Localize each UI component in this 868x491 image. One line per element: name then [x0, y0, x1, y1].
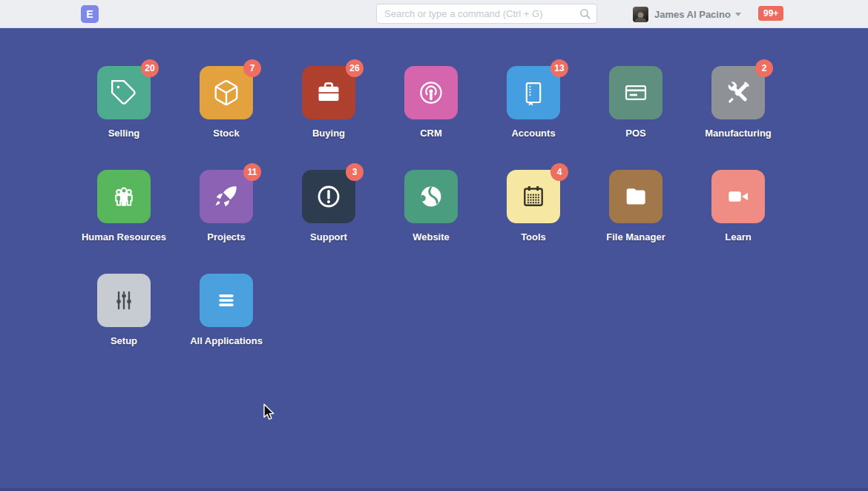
open-count-badge: 4: [550, 163, 568, 181]
open-count-badge: 7: [243, 59, 261, 77]
open-count-badge: 13: [550, 59, 568, 77]
module-tile-pos[interactable]: POS: [585, 66, 687, 139]
broadcast-icon: [417, 79, 445, 107]
open-count-badge: 2: [755, 59, 773, 77]
user-menu[interactable]: James Al Pacino: [633, 0, 741, 28]
module-label: Manufacturing: [705, 128, 772, 139]
box-icon: [212, 79, 240, 107]
module-label: Support: [310, 231, 347, 243]
open-count-badge: 20: [141, 59, 159, 77]
menu-icon: [212, 286, 240, 314]
ledger-icon: [519, 79, 548, 107]
calendar-icon: [519, 182, 548, 211]
search-input[interactable]: [376, 4, 597, 24]
module-grid: 20 Selling 7 Stock 26 Buying CRM 13 Acco…: [73, 66, 800, 378]
open-count-badge: 26: [346, 59, 364, 77]
sliders-icon: [110, 286, 138, 314]
module-tile-projects[interactable]: 11 Projects: [175, 170, 277, 243]
module-label: Human Resources: [82, 231, 166, 243]
module-label: All Applications: [190, 335, 263, 346]
open-count-badge: 11: [243, 163, 261, 181]
chevron-down-icon: [735, 13, 741, 16]
top-navbar: E James Al Pacino 99+: [0, 0, 868, 28]
exclamation-circle-icon: [315, 182, 343, 211]
module-label: Projects: [207, 231, 245, 243]
module-tile-stock[interactable]: 7 Stock: [175, 66, 277, 139]
module-tile-learn[interactable]: Learn: [687, 170, 789, 243]
folder-icon: [622, 182, 650, 211]
video-camera-icon: [724, 182, 752, 211]
globe-icon: [417, 182, 445, 211]
module-label: Setup: [111, 335, 137, 346]
rocket-icon: [212, 182, 240, 211]
user-name: James Al Pacino: [654, 9, 741, 20]
module-label: Selling: [108, 128, 140, 139]
module-tile-tools[interactable]: 4 Tools: [482, 170, 585, 243]
module-tile-accounts[interactable]: 13 Accounts: [482, 66, 585, 139]
module-tile-file-manager[interactable]: File Manager: [585, 170, 687, 243]
app-logo[interactable]: E: [81, 5, 99, 23]
module-tile-human-resources[interactable]: Human Resources: [73, 170, 175, 243]
module-label: Website: [412, 231, 450, 243]
module-tile-all-applications[interactable]: All Applications: [175, 274, 277, 346]
module-label: Learn: [725, 231, 751, 243]
module-label: Accounts: [511, 128, 555, 139]
module-tile-support[interactable]: 3 Support: [277, 170, 380, 243]
avatar: [633, 7, 648, 22]
tag-icon: [110, 79, 138, 107]
credit-card-icon: [622, 79, 650, 107]
module-label: CRM: [420, 128, 442, 139]
module-label: File Manager: [606, 231, 665, 243]
module-tile-setup[interactable]: Setup: [73, 274, 175, 346]
tools-icon: [724, 79, 752, 107]
people-group-icon: [110, 182, 138, 211]
module-tile-selling[interactable]: 20 Selling: [73, 66, 175, 139]
bottom-edge: [0, 488, 868, 491]
briefcase-icon: [315, 79, 343, 107]
desktop: 20 Selling 7 Stock 26 Buying CRM 13 Acco…: [0, 28, 868, 491]
module-tile-crm[interactable]: CRM: [380, 66, 482, 139]
module-label: POS: [625, 128, 645, 139]
notifications-badge[interactable]: 99+: [758, 6, 783, 21]
global-search: [376, 4, 597, 24]
module-tile-website[interactable]: Website: [380, 170, 482, 243]
module-label: Stock: [213, 128, 239, 139]
module-tile-buying[interactable]: 26 Buying: [277, 66, 380, 139]
module-label: Buying: [312, 128, 345, 139]
module-label: Tools: [521, 231, 546, 243]
open-count-badge: 3: [346, 163, 364, 181]
module-tile-manufacturing[interactable]: 2 Manufacturing: [687, 66, 789, 139]
